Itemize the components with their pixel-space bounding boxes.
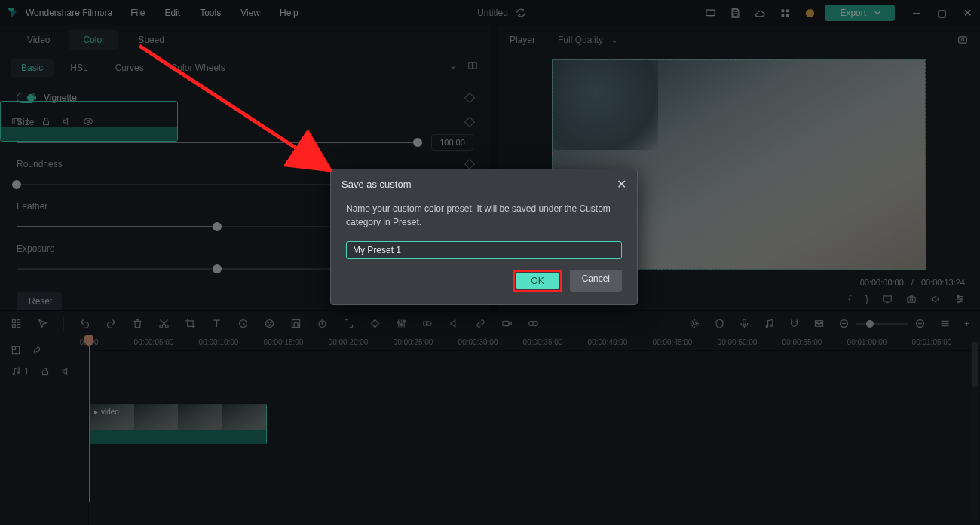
preset-name-input[interactable]: [346, 241, 622, 259]
vertical-scrollbar[interactable]: [971, 340, 978, 520]
primary-tabs: Video Color Speed: [0, 26, 490, 54]
menu-edit[interactable]: Edit: [165, 8, 181, 18]
zoom-slider[interactable]: [856, 323, 908, 325]
keyframe-tool-icon[interactable]: [369, 318, 381, 329]
snapshot-icon[interactable]: [957, 35, 968, 45]
media-icon[interactable]: [11, 345, 21, 356]
svg-point-31: [269, 325, 270, 325]
menu-view[interactable]: View: [240, 8, 260, 18]
ruler-tick: 00:00:40:00: [588, 338, 628, 346]
adjust-icon[interactable]: [396, 318, 407, 329]
timeline-tracks[interactable]: 00:0000:00:05:0000:00:10:0000:00:15:0000…: [89, 336, 980, 525]
color-icon[interactable]: [264, 318, 275, 329]
tab-speed[interactable]: Speed: [124, 30, 178, 50]
note-icon[interactable]: [764, 318, 775, 329]
video-clip[interactable]: ▸video: [89, 404, 267, 444]
pointer-icon[interactable]: [37, 318, 48, 329]
chevron-down-icon[interactable]: ⌄: [449, 60, 457, 71]
undo-icon[interactable]: [79, 318, 90, 329]
cancel-button[interactable]: Cancel: [570, 270, 622, 292]
time-ruler[interactable]: 00:0000:00:05:0000:00:10:0000:00:15:0000…: [89, 336, 980, 351]
link-icon[interactable]: [32, 345, 42, 356]
tab-curves[interactable]: Curves: [105, 59, 155, 77]
marker-icon[interactable]: [714, 318, 725, 329]
tab-hsl[interactable]: HSL: [60, 59, 98, 77]
magnet-icon[interactable]: [789, 318, 800, 329]
audio-track-icon[interactable]: [11, 366, 21, 377]
mixer-icon[interactable]: [689, 318, 700, 329]
fullscreen-icon[interactable]: [882, 294, 893, 304]
reset-button[interactable]: Reset: [17, 292, 62, 310]
cut-icon[interactable]: [158, 318, 170, 329]
tab-color[interactable]: Color: [69, 30, 118, 50]
brace-close[interactable]: }: [865, 293, 868, 304]
menu-bar: File Edit Tools View Help: [130, 8, 299, 18]
keyframe-icon[interactable]: [464, 117, 475, 127]
grid-icon[interactable]: [11, 318, 22, 329]
dialog-close-button[interactable]: ✕: [617, 177, 626, 191]
maximize-button[interactable]: ▢: [937, 7, 947, 19]
eye-icon[interactable]: [83, 116, 93, 127]
minimize-button[interactable]: ─: [913, 7, 920, 19]
cloud-icon[interactable]: [755, 8, 766, 19]
volume-icon[interactable]: [930, 294, 941, 304]
tab-video[interactable]: Video: [14, 30, 63, 50]
export-button[interactable]: Export: [825, 5, 895, 21]
lock-icon[interactable]: [40, 366, 51, 377]
add-icon[interactable]: +: [964, 319, 969, 329]
compare-icon[interactable]: [467, 60, 478, 71]
redo-icon[interactable]: [106, 318, 117, 329]
video-track-icon[interactable]: [11, 116, 22, 127]
size-value[interactable]: 100.00: [431, 134, 473, 151]
user-avatar[interactable]: [804, 8, 816, 19]
greenscreen-icon[interactable]: [290, 318, 302, 329]
camera-icon[interactable]: [906, 294, 917, 304]
expand-icon[interactable]: [343, 318, 354, 329]
tab-basic[interactable]: Basic: [11, 59, 54, 77]
brace-open[interactable]: {: [848, 293, 851, 304]
svg-rect-10: [959, 37, 967, 43]
svg-point-64: [87, 120, 90, 123]
chevron-down-icon: [872, 8, 883, 18]
ruler-tick: 00:00:20:00: [329, 338, 369, 346]
delete-icon[interactable]: [132, 318, 143, 329]
menu-file[interactable]: File: [130, 8, 145, 18]
thumbnail-icon[interactable]: [813, 318, 825, 329]
record-icon[interactable]: [501, 318, 513, 329]
zoom-out-icon[interactable]: [838, 318, 850, 329]
list-icon[interactable]: [939, 318, 951, 329]
save-custom-dialog: Save as custom ✕ Name your custom color …: [330, 169, 638, 305]
keyframe-icon[interactable]: [464, 93, 475, 103]
lock-icon[interactable]: [41, 116, 51, 127]
svg-rect-6: [786, 14, 789, 17]
effects-icon[interactable]: [528, 318, 539, 329]
svg-point-45: [694, 322, 697, 325]
mic-icon[interactable]: [739, 318, 750, 329]
mute-icon[interactable]: [62, 116, 72, 127]
mute-icon[interactable]: [61, 366, 72, 377]
ok-button[interactable]: OK: [516, 273, 559, 289]
quality-dropdown[interactable]: Full Quality ⌄: [558, 35, 618, 45]
svg-point-29: [268, 322, 268, 323]
time-separator: /: [911, 278, 914, 287]
device-icon[interactable]: [705, 8, 716, 19]
crop-icon[interactable]: [185, 318, 196, 329]
keyframe-icon[interactable]: [464, 159, 475, 169]
player-label: Player: [510, 35, 535, 45]
duration-icon[interactable]: [317, 318, 328, 329]
audio-icon[interactable]: [449, 318, 460, 329]
save-icon[interactable]: [730, 8, 741, 19]
link-icon[interactable]: [475, 318, 486, 329]
svg-point-48: [770, 325, 773, 327]
speed-icon[interactable]: [237, 318, 249, 329]
text-icon[interactable]: [211, 318, 222, 329]
close-button[interactable]: ✕: [963, 7, 972, 19]
settings-icon[interactable]: [954, 294, 965, 304]
menu-tools[interactable]: Tools: [200, 8, 221, 18]
zoom-in-icon[interactable]: [914, 318, 926, 329]
menu-help[interactable]: Help: [280, 8, 299, 18]
apps-icon[interactable]: [779, 8, 791, 19]
group-icon[interactable]: [422, 318, 433, 329]
tab-color-wheels[interactable]: Color Wheels: [161, 59, 236, 77]
sync-icon[interactable]: [516, 8, 526, 18]
